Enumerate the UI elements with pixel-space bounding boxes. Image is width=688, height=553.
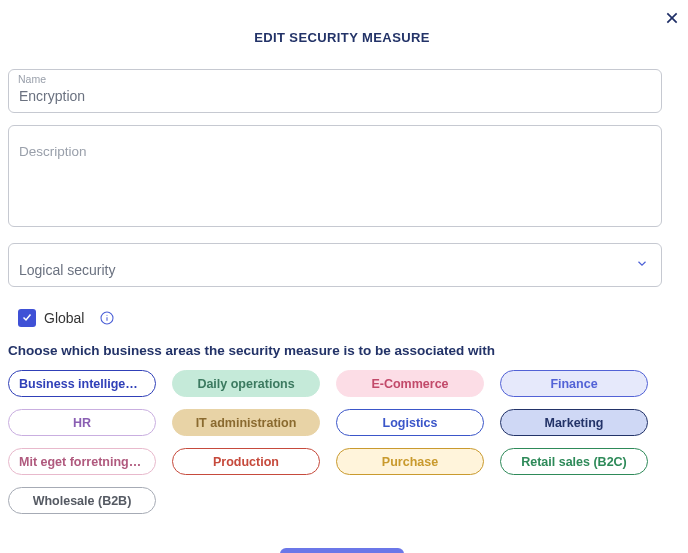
type-select[interactable]: Logical security [8, 243, 662, 287]
global-label: Global [44, 310, 84, 326]
chip-label: Marketing [544, 416, 603, 430]
chip-label: E-Commerce [371, 377, 448, 391]
business-area-chip[interactable]: HR [8, 409, 156, 436]
chip-label: Logistics [383, 416, 438, 430]
chip-label: Production [213, 455, 279, 469]
business-area-chip[interactable]: Purchase [336, 448, 484, 475]
business-area-chip[interactable]: Daily operations [172, 370, 320, 397]
chip-label: Wholesale (B2B) [33, 494, 132, 508]
business-area-chip[interactable]: Mit eget forretningso... [8, 448, 156, 475]
business-area-chip[interactable]: Logistics [336, 409, 484, 436]
global-row: Global [8, 299, 676, 337]
chevron-down-icon [635, 257, 649, 274]
close-button[interactable] [661, 9, 683, 31]
chip-label: Purchase [382, 455, 438, 469]
close-icon [664, 10, 680, 30]
dialog-title: EDIT SECURITY MEASURE [8, 0, 676, 69]
description-textarea[interactable] [8, 125, 662, 227]
chip-label: Mit eget forretningso... [19, 455, 145, 469]
name-field-wrapper: Name [8, 69, 676, 113]
chip-label: Daily operations [197, 377, 294, 391]
business-area-chip[interactable]: Production [172, 448, 320, 475]
save-button[interactable]: Save [280, 548, 404, 553]
global-checkbox[interactable] [18, 309, 36, 327]
business-area-chip[interactable]: IT administration [172, 409, 320, 436]
chip-label: HR [73, 416, 91, 430]
info-icon[interactable] [98, 309, 116, 327]
business-area-chip[interactable]: Marketing [500, 409, 648, 436]
business-area-chip[interactable]: Wholesale (B2B) [8, 487, 156, 514]
svg-point-2 [107, 315, 108, 316]
business-area-chip[interactable]: Business intelligence [8, 370, 156, 397]
check-icon [21, 309, 33, 327]
dialog-scroll[interactable]: EDIT SECURITY MEASURE Name Type Logical … [0, 0, 684, 553]
description-field-wrapper [8, 125, 676, 231]
chip-label: Business intelligence [19, 377, 145, 391]
choose-areas-label: Choose which business areas the security… [8, 337, 676, 370]
type-select-value: Logical security [19, 262, 116, 278]
chip-label: IT administration [196, 416, 297, 430]
business-area-chips: Business intelligenceDaily operationsE-C… [8, 370, 676, 514]
business-area-chip[interactable]: E-Commerce [336, 370, 484, 397]
business-area-chip[interactable]: Finance [500, 370, 648, 397]
chip-label: Finance [550, 377, 597, 391]
type-field-wrapper: Type Logical security [8, 243, 676, 287]
name-input[interactable] [8, 69, 662, 113]
business-area-chip[interactable]: Retail sales (B2C) [500, 448, 648, 475]
chip-label: Retail sales (B2C) [521, 455, 627, 469]
